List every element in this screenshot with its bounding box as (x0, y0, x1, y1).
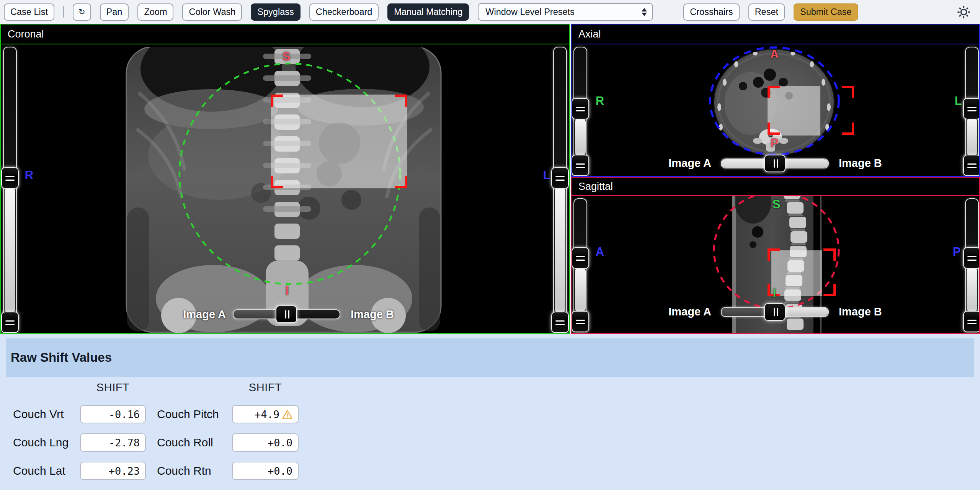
slider-upper-handle[interactable] (572, 98, 589, 119)
sagittal-left-window-slider[interactable] (573, 198, 587, 332)
zoom-button[interactable]: Zoom (137, 3, 173, 21)
couch-lat-value-field[interactable]: +0.23 (80, 462, 146, 480)
slider-lower-handle[interactable] (572, 155, 589, 176)
sagittal-blend-handle[interactable] (764, 303, 786, 321)
couch-rtn-label: Couch Rtn (157, 462, 211, 480)
slider-range-fill (967, 119, 977, 155)
sagittal-orientation-inferior: I (763, 286, 786, 300)
coronal-header: Coronal (1, 24, 569, 44)
slider-lower-handle[interactable] (963, 311, 980, 332)
rotate-icon: ↻ (78, 7, 85, 16)
axial-orientation-posterior: P (763, 136, 786, 150)
case-list-button[interactable]: Case List (4, 3, 54, 21)
couch-lng-value: -2.78 (109, 437, 140, 449)
sagittal-header: Sagittal (572, 178, 979, 196)
axial-image-a-label: Image A (658, 157, 711, 170)
couch-vrt-value: -0.16 (109, 408, 140, 420)
toolbar: Case List ↻ Pan Zoom Color Wash Spyglass… (0, 0, 980, 24)
color-wash-button[interactable]: Color Wash (182, 3, 242, 21)
axial-image-b-label: Image B (839, 157, 892, 170)
axial-title: Axial (578, 28, 601, 40)
coronal-blend-handle[interactable] (276, 305, 297, 323)
coronal-title: Coronal (8, 28, 44, 40)
couch-vrt-label: Couch Vrt (13, 405, 64, 423)
window-level-presets-value: Window Level Presets (485, 7, 575, 17)
axial-left-window-slider[interactable] (573, 47, 587, 176)
axial-header: Axial (572, 24, 979, 44)
sun-icon (957, 5, 971, 19)
couch-pitch-label: Couch Pitch (157, 405, 219, 423)
warning-icon (282, 410, 292, 419)
couch-lat-label: Couch Lat (13, 462, 65, 480)
rotate-button[interactable]: ↻ (73, 3, 91, 21)
slider-range-fill (967, 268, 977, 312)
reset-button[interactable]: Reset (748, 3, 785, 21)
sagittal-title: Sagittal (578, 181, 613, 193)
couch-rtn-value: +0.0 (268, 465, 292, 477)
couch-lat-value: +0.23 (109, 465, 140, 477)
slider-lower-handle[interactable] (963, 155, 980, 176)
crosshairs-button[interactable]: Crosshairs (683, 3, 739, 21)
couch-lng-label: Couch Lng (13, 433, 69, 452)
slider-lower-handle[interactable] (551, 312, 569, 333)
axial-orientation-right: R (588, 94, 611, 108)
coronal-spyglass-overlay (271, 95, 407, 188)
couch-roll-value: +0.0 (268, 437, 292, 449)
couch-roll-value-field[interactable]: +0.0 (232, 433, 299, 452)
coronal-image-a-label: Image A (172, 308, 226, 321)
toolbar-separator (63, 6, 64, 18)
axial-orientation-anterior: A (763, 47, 786, 61)
theme-toggle-button[interactable] (957, 5, 971, 19)
roi-bracket-top-right-icon (842, 86, 854, 98)
axial-right-window-slider[interactable] (965, 47, 979, 176)
slider-lower-handle[interactable] (1, 312, 19, 333)
viewport-axial[interactable]: Axial (571, 24, 980, 177)
raw-shift-title: Raw Shift Values (11, 350, 112, 365)
submit-case-button[interactable]: Submit Case (794, 3, 858, 21)
sagittal-orientation-superior: S (765, 198, 788, 211)
coronal-orientation-superior: S (275, 50, 298, 64)
pan-button[interactable]: Pan (100, 3, 129, 21)
sagittal-orientation-anterior: A (588, 245, 611, 259)
slider-lower-handle[interactable] (572, 311, 589, 332)
coronal-image-b-label: Image B (351, 308, 404, 321)
couch-roll-label: Couch Roll (157, 433, 213, 452)
slider-upper-handle[interactable] (572, 247, 589, 269)
manual-matching-button[interactable]: Manual Matching (387, 3, 469, 21)
slider-upper-handle[interactable] (1, 167, 19, 189)
coronal-orientation-right: R (18, 168, 41, 182)
select-arrows-icon (642, 8, 647, 16)
couch-lng-value-field[interactable]: -2.78 (80, 433, 146, 452)
couch-pitch-value-field[interactable]: +4.9 (232, 405, 299, 423)
sagittal-image-b-label: Image B (839, 305, 892, 318)
checkerboard-button[interactable]: Checkerboard (309, 3, 379, 21)
slider-range-fill (5, 188, 15, 312)
app-window: Case List ↻ Pan Zoom Color Wash Spyglass… (0, 0, 980, 490)
couch-vrt-value-field[interactable]: -0.16 (80, 405, 146, 423)
viewport-coronal[interactable]: Coronal (0, 24, 570, 334)
raw-shift-panel: Raw Shift Values SHIFT SHIFT Couch Vrt -… (0, 334, 980, 490)
slider-range-fill (575, 268, 586, 312)
couch-rtn-value-field[interactable]: +0.0 (232, 462, 299, 480)
sagittal-image-a-label: Image A (658, 305, 711, 318)
coronal-right-window-slider[interactable] (553, 47, 567, 333)
sagittal-right-window-slider[interactable] (965, 198, 979, 332)
coronal-orientation-inferior: I (276, 284, 299, 298)
roi-bracket-bottom-right-icon (842, 122, 854, 135)
slider-upper-handle[interactable] (551, 167, 569, 189)
spyglass-button[interactable]: Spyglass (251, 3, 300, 21)
window-level-presets-select[interactable]: Window Level Presets (478, 3, 653, 21)
slider-range-fill (575, 119, 586, 155)
slider-upper-handle[interactable] (963, 247, 980, 269)
axial-blend-handle[interactable] (764, 155, 786, 172)
raw-shift-title-band: Raw Shift Values (6, 338, 974, 377)
axial-spyglass-overlay (768, 86, 820, 136)
slider-range-fill (555, 188, 565, 312)
couch-pitch-value: +4.9 (255, 408, 279, 420)
slider-upper-handle[interactable] (963, 98, 980, 119)
viewport-sagittal[interactable]: Sagittal (571, 177, 980, 334)
shift-column-header-1: SHIFT (80, 381, 146, 395)
coronal-left-window-slider[interactable] (3, 47, 17, 333)
shift-column-header-2: SHIFT (232, 381, 299, 395)
